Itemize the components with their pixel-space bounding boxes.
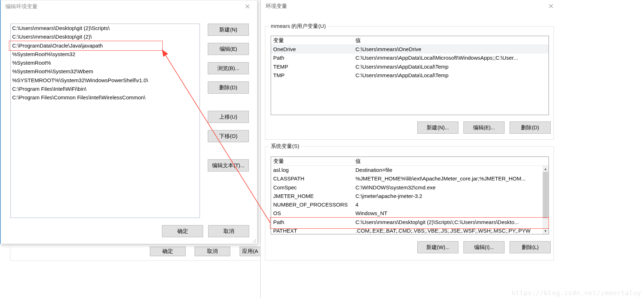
system-vars-header[interactable]: 变量 值 bbox=[271, 157, 549, 166]
move-up-button[interactable]: 上移(U) bbox=[208, 111, 249, 123]
system-vars-scrollbar[interactable]: ▲ ▼ bbox=[542, 166, 549, 234]
system-var-row[interactable]: JMETER_HOME C:\jmeter\apache-jmeter-3.2 bbox=[271, 192, 542, 200]
user-delete-button[interactable]: 删除(D) bbox=[510, 121, 551, 134]
env-window-titlebar[interactable]: 环境变量 bbox=[261, 0, 561, 12]
system-edit-button[interactable]: 编辑(I)... bbox=[463, 241, 505, 253]
browse-button[interactable]: 浏览(B)... bbox=[208, 62, 249, 74]
user-var-row[interactable]: TMP C:\Users\mmears\AppData\Local\Temp bbox=[271, 71, 549, 80]
move-down-button[interactable]: 下移(O) bbox=[208, 130, 249, 142]
system-new-button[interactable]: 新建(W)... bbox=[417, 241, 458, 253]
watermark: https://blog.csdn.net/immortaluy bbox=[511, 289, 641, 297]
user-var-row[interactable]: Path C:\Users\mmears\AppData\Local\Micro… bbox=[271, 54, 549, 62]
close-icon[interactable] bbox=[543, 1, 559, 11]
user-vars-table[interactable]: 变量 值 OneDrive C:\Users\mmears\OneDrive P… bbox=[271, 36, 549, 115]
user-edit-button[interactable]: 编辑(E)... bbox=[463, 121, 505, 134]
ok-button[interactable]: 确定 bbox=[162, 225, 203, 237]
system-var-row[interactable]: ComSpec C:\WINDOWS\system32\cmd.exe bbox=[271, 183, 542, 192]
system-var-row[interactable]: Path C:\Users\mmears\Desktop\git (2)\Scr… bbox=[271, 218, 542, 227]
system-vars-label: 系统变量(S) bbox=[269, 143, 301, 150]
env-vars-window: 环境变量 mmears 的用户变量(U) 变量 值 OneDrive C:\Us… bbox=[260, 0, 561, 298]
path-listbox[interactable]: C:\Users\mmears\Desktop\git (2)\Scripts\… bbox=[10, 24, 200, 218]
column-variable[interactable]: 变量 bbox=[271, 37, 353, 44]
system-var-row[interactable]: asl.log Destination=file bbox=[271, 166, 542, 174]
new-button[interactable]: 新建(N) bbox=[208, 24, 249, 36]
resize-grip-icon[interactable] bbox=[251, 238, 256, 243]
cancel-button[interactable]: 取消 bbox=[208, 225, 249, 237]
system-var-row[interactable]: CLASSPATH %JMETER_HOME%\lib\ext\ApacheJM… bbox=[271, 174, 542, 183]
user-var-row[interactable]: OneDrive C:\Users\mmears\OneDrive bbox=[271, 45, 549, 54]
system-var-row[interactable]: PATHEXT .COM;.EXE;.BAT;.CMD;.VBS;.VBE;.J… bbox=[271, 227, 542, 235]
path-row[interactable]: C:\Users\mmears\Desktop\git (2)\Scripts\ bbox=[11, 24, 200, 33]
parent-ok-button[interactable]: 确定 bbox=[150, 247, 186, 256]
edit-text-button[interactable]: 编辑文本(T)... bbox=[208, 159, 249, 172]
column-value[interactable]: 值 bbox=[353, 37, 549, 44]
column-variable[interactable]: 变量 bbox=[271, 158, 353, 165]
system-vars-table[interactable]: 变量 值 asl.log Destination=file CLASSPATH … bbox=[271, 157, 549, 234]
path-row[interactable]: %SystemRoot%\System32\Wbem bbox=[11, 67, 200, 76]
edit-env-var-window: 编辑环境变量 C:\Users\mmears\Desktop\git (2)\S… bbox=[0, 0, 257, 244]
delete-button[interactable]: 删除(D) bbox=[208, 81, 249, 94]
scroll-thumb[interactable] bbox=[543, 172, 548, 218]
user-vars-header[interactable]: 变量 值 bbox=[271, 36, 549, 45]
parent-apply-button[interactable]: 应用(A bbox=[240, 247, 260, 256]
user-new-button[interactable]: 新建(N)... bbox=[417, 121, 458, 134]
path-row[interactable]: %SystemRoot%\system32 bbox=[11, 50, 200, 59]
scroll-up-icon[interactable]: ▲ bbox=[542, 166, 549, 172]
path-row[interactable]: C:\Program Files\Intel\WiFi\bin\ bbox=[11, 85, 200, 93]
path-row[interactable]: C:\ProgramData\Oracle\Java\javapath bbox=[11, 41, 200, 50]
edit-window-title: 编辑环境变量 bbox=[5, 3, 38, 10]
scroll-down-icon[interactable]: ▼ bbox=[542, 228, 549, 234]
column-value[interactable]: 值 bbox=[353, 158, 549, 165]
path-row[interactable]: %SystemRoot% bbox=[11, 59, 200, 67]
user-var-row[interactable]: TEMP C:\Users\mmears\AppData\Local\Temp bbox=[271, 63, 549, 71]
path-row[interactable]: %SYSTEMROOT%\System32\WindowsPowerShell\… bbox=[11, 76, 200, 85]
system-var-row[interactable]: NUMBER_OF_PROCESSORS 4 bbox=[271, 200, 542, 209]
user-vars-label: mmears 的用户变量(U) bbox=[269, 23, 328, 30]
edit-window-titlebar[interactable]: 编辑环境变量 bbox=[0, 0, 257, 13]
env-window-title: 环境变量 bbox=[266, 3, 287, 10]
system-delete-button[interactable]: 删除(L) bbox=[510, 241, 551, 253]
path-row[interactable]: C:\Program Files\Common Files\Intel\Wire… bbox=[11, 93, 200, 102]
close-icon[interactable] bbox=[239, 1, 256, 12]
system-var-row[interactable]: OS Windows_NT bbox=[271, 209, 542, 218]
parent-cancel-button[interactable]: 取消 bbox=[195, 247, 230, 256]
path-row[interactable]: C:\Users\mmears\Desktop\git (2)\ bbox=[11, 33, 200, 41]
edit-button[interactable]: 编辑(E) bbox=[208, 43, 249, 55]
